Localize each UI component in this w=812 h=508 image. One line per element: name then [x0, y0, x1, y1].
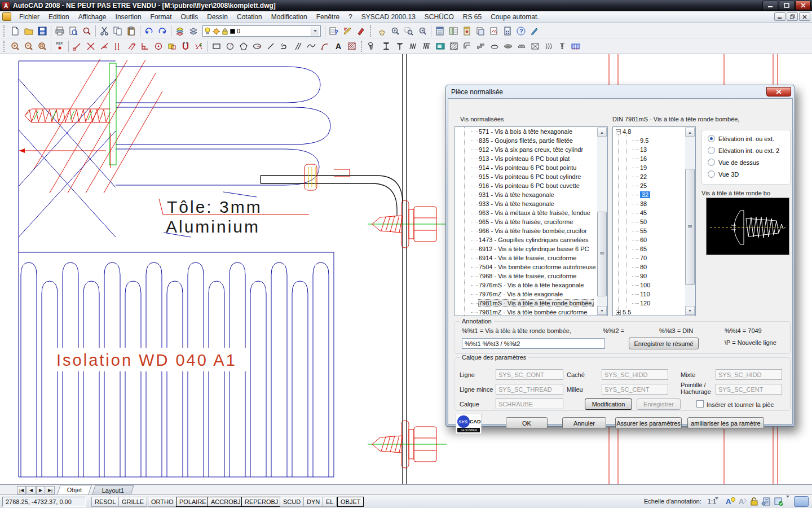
list-item[interactable]: 7968 - Vis à tête fraisée, cruciforme [455, 271, 598, 281]
milieu-field[interactable]: SYS_SC_CENT [602, 384, 668, 395]
reference-point-icon[interactable]: REF. [53, 40, 67, 53]
tree-item[interactable]: 60 [613, 235, 685, 244]
list-item[interactable]: 963 - Vis à métaux à tête fraisée, fendu… [455, 208, 598, 217]
list-item[interactable]: 933 - Vis à tête hexagonale [455, 199, 598, 208]
polygon-tool-icon[interactable] [237, 40, 250, 53]
toggle-reperobj[interactable]: REPEROBJ [241, 497, 281, 507]
tree-item[interactable]: 19 [613, 163, 685, 172]
scroll-up-arrow[interactable]: ▲ [597, 128, 607, 137]
save-icon[interactable] [36, 24, 49, 38]
scroll-thumb[interactable] [597, 212, 607, 296]
toggle-grille[interactable]: GRILLE [118, 497, 147, 507]
syscad-thread-icon[interactable] [407, 40, 420, 53]
radio-elevation2[interactable]: Elévation int. ou ext. 2 [708, 147, 779, 154]
tree-item[interactable]: 25 [613, 181, 685, 190]
snap-insert-icon[interactable] [165, 40, 179, 53]
pen-tool-icon[interactable] [528, 24, 541, 38]
find-text-icon[interactable] [80, 24, 94, 38]
syscad-ibeam-icon[interactable] [379, 40, 393, 53]
list-item[interactable]: 915 - Vis pointeau 6 PC bout cylindre [455, 172, 598, 181]
ok-button[interactable]: OK [506, 417, 548, 429]
snap-perpendicular-icon[interactable] [138, 40, 152, 53]
list-item[interactable]: 6914 - Vis à tête fraisée, cruciforme [455, 253, 598, 262]
doc-close-button[interactable] [799, 12, 810, 21]
list-item-selected[interactable]: 7981mS - Vis à tôle à tête ronde bombée, [455, 299, 598, 308]
dialog-close-button[interactable] [766, 87, 791, 97]
enregistrer-button[interactable]: Enregistrer [637, 398, 681, 410]
spline-tool-icon[interactable] [304, 40, 318, 53]
tool-palettes-icon[interactable] [460, 24, 474, 38]
annuler-button[interactable]: Annuler [562, 417, 606, 429]
toggle-el[interactable]: EL [323, 497, 337, 507]
scroll-down-arrow[interactable]: ▼ [685, 306, 695, 315]
layer-combo[interactable]: 0 [202, 25, 321, 37]
syscad-hatchbox-icon[interactable] [447, 40, 461, 53]
arc-tool-icon[interactable] [318, 40, 332, 53]
tab-objet[interactable]: Objet [57, 485, 92, 494]
tab-prev-button[interactable]: ◀ [27, 486, 36, 494]
menu-item[interactable]: Modification [267, 12, 312, 22]
new-file-icon[interactable] [8, 24, 22, 38]
tree-item[interactable]: 65 [613, 244, 685, 253]
list-item[interactable]: 913 - Vis pointeau 6 PC bout plat [455, 154, 598, 163]
list-item[interactable]: 965 - Vis à tête fraisée, cruciforme [455, 217, 598, 226]
markup-set-manager-icon[interactable] [487, 24, 501, 38]
syscad-corner-profile-icon[interactable] [461, 40, 474, 53]
familiariser-parametres-button[interactable]: amiliariser les pa ramètre [687, 417, 764, 429]
syscad-screw-icon[interactable] [366, 40, 379, 53]
offset-tool-icon[interactable] [291, 40, 304, 53]
menu-item[interactable]: Edition [44, 12, 74, 22]
print-preview-icon[interactable] [67, 24, 80, 38]
doc-minimize-button[interactable] [774, 12, 785, 21]
undo-icon[interactable] [142, 24, 156, 38]
zoom-previous-icon[interactable] [416, 24, 429, 38]
layer-combo-caret[interactable] [311, 27, 319, 36]
toolbar-handle[interactable] [3, 41, 6, 52]
tree-item[interactable]: 38 [613, 199, 685, 208]
toggle-dyn[interactable]: DYN [303, 497, 323, 507]
toggle-accrobj[interactable]: ACCROBJ [208, 497, 244, 507]
menu-item[interactable]: Cotation [232, 12, 267, 22]
tree-item[interactable]: 55 [613, 226, 685, 235]
save-summary-button[interactable]: Enregistrer le résumé [629, 338, 699, 349]
tab-next-button[interactable]: ▶ [36, 486, 45, 494]
open-file-icon[interactable] [22, 24, 36, 38]
list-item[interactable]: 966 - Vis à tête fraisée bombée,crucifor [455, 226, 598, 235]
tree-item[interactable]: 120 [613, 299, 685, 308]
text-tool-icon[interactable]: A [332, 40, 345, 53]
tree-root-next[interactable]: 5.5 [613, 308, 685, 316]
list-item[interactable]: 7976mZ - Vis à tôle exagonale [455, 290, 598, 299]
size-tree[interactable]: 4.8 9.5 13 16 19 22 25 32 38 45 50 55 60… [612, 126, 696, 316]
quick-properties-icon[interactable]: ? [327, 24, 341, 38]
pointille-field[interactable]: SYS_SC_CENT [716, 384, 782, 395]
list-item[interactable]: 916 - Vis pointeau 6 PC bout cuvette [455, 181, 598, 190]
list-item[interactable]: 571 - Vis à bois à tête hexagonale [455, 127, 598, 136]
list-item[interactable]: 1473 - Goupilles cylindriques cannelées [455, 235, 598, 244]
polyline-tool-icon[interactable] [277, 40, 291, 53]
tree-item[interactable]: 70 [613, 253, 685, 262]
list-item[interactable]: 931 - Vis à tête hexagonale [455, 190, 598, 199]
syscad-zprofile-icon[interactable] [474, 40, 488, 53]
zoom-in-icon[interactable] [8, 40, 22, 53]
menu-item[interactable]: Fichier [15, 12, 44, 22]
layer-states-icon[interactable] [187, 24, 200, 38]
minimize-button[interactable] [762, 1, 778, 10]
snap-midpoint-icon[interactable] [98, 40, 111, 53]
syscad-grid-tool-icon[interactable] [569, 40, 582, 53]
scale-dropdown-caret[interactable] [715, 500, 718, 506]
tree-item[interactable]: 45 [613, 208, 685, 217]
scrollbar[interactable]: ▲ ▼ [597, 128, 607, 315]
clean-screen-button[interactable] [794, 496, 809, 507]
syscad-rivet-icon[interactable] [488, 40, 501, 53]
syscad-crossbox-icon[interactable] [528, 40, 542, 53]
tree-item[interactable]: 90 [613, 271, 685, 281]
menu-item[interactable]: ? [344, 12, 357, 22]
help-icon[interactable]: ? [514, 24, 528, 38]
status-check-icon[interactable] [774, 496, 784, 506]
modification-button[interactable]: Modification [585, 398, 632, 410]
radio-top-view[interactable]: Vue de dessus [708, 159, 759, 166]
menu-item[interactable]: Dessin [202, 12, 232, 22]
scrollbar[interactable]: ▲ ▼ [685, 128, 695, 315]
tab-last-button[interactable]: ▶| [46, 486, 55, 494]
zoom-realtime-icon[interactable] [389, 24, 402, 38]
